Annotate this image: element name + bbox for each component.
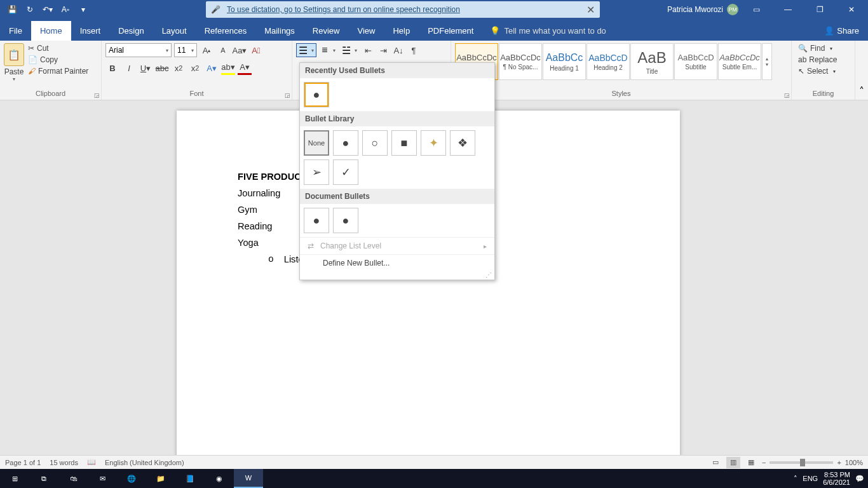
cut-button[interactable]: ✂Cut <box>27 43 90 53</box>
underline-icon[interactable]: U▾ <box>139 61 153 75</box>
show-marks-icon[interactable]: ¶ <box>407 43 421 57</box>
qat-customize-icon[interactable]: ▾ <box>75 1 92 18</box>
decrease-indent-icon[interactable]: ⇤ <box>361 43 375 57</box>
minimize-icon[interactable]: — <box>774 0 802 19</box>
store-icon[interactable]: 🛍 <box>58 469 88 488</box>
close-banner-icon[interactable]: ✕ <box>587 4 595 16</box>
style-subtitle[interactable]: AaBbCcDSubtitle <box>674 43 717 80</box>
bullet-none[interactable]: None <box>304 130 329 156</box>
font-launcher-icon[interactable]: ◲ <box>285 92 290 98</box>
avatar[interactable]: PM <box>727 4 738 15</box>
clipboard-launcher-icon[interactable]: ◲ <box>94 92 100 98</box>
define-new-bullet[interactable]: Define New Bullet... <box>300 254 494 271</box>
close-icon[interactable]: ✕ <box>837 0 865 19</box>
collapse-ribbon-icon[interactable]: ˄ <box>855 41 868 100</box>
copy-button[interactable]: 📄Copy <box>27 55 90 65</box>
font-size-combo[interactable]: 11▾ <box>174 43 197 57</box>
read-mode-icon[interactable]: ▭ <box>709 457 722 468</box>
bullet-disc[interactable]: ● <box>304 208 329 233</box>
superscript-icon[interactable]: x2 <box>188 61 202 75</box>
format-painter-button[interactable]: 🖌Format Painter <box>27 66 90 76</box>
bullet-circle[interactable]: ○ <box>362 130 388 156</box>
edge-icon[interactable]: 🌐 <box>117 469 146 488</box>
tray-chevron-icon[interactable]: ˄ <box>794 475 797 483</box>
tab-file[interactable]: File <box>0 21 31 41</box>
autosave-icon[interactable]: ↻ <box>22 1 38 18</box>
style-subtleem[interactable]: AaBbCcDcSubtle Em... <box>718 43 761 80</box>
increase-indent-icon[interactable]: ⇥ <box>376 43 390 57</box>
highlight-icon[interactable]: ab▾ <box>221 61 235 75</box>
styles-more-icon[interactable]: ▴▾ <box>762 43 772 80</box>
bullet-square[interactable]: ■ <box>391 130 417 156</box>
font-name-combo[interactable]: Arial▾ <box>105 43 172 57</box>
clear-format-icon[interactable]: A⃠ <box>249 43 263 57</box>
find-button[interactable]: 🔍Find▾ <box>796 43 839 53</box>
tray-clock[interactable]: 8:53 PM 6/6/2021 <box>823 471 850 486</box>
ribbon-display-icon[interactable]: ▭ <box>742 0 770 19</box>
proofing-icon[interactable]: 📖 <box>87 458 96 466</box>
strike-icon[interactable]: abc <box>155 61 169 75</box>
styles-launcher-icon[interactable]: ◲ <box>784 92 790 98</box>
tell-me-search[interactable]: 💡 Tell me what you want to do <box>482 21 613 41</box>
paste-icon[interactable]: 📋 <box>4 43 24 66</box>
word-icon[interactable]: W <box>234 469 263 488</box>
bullet-diamond4[interactable]: ❖ <box>450 130 475 156</box>
zoom-slider[interactable] <box>770 461 833 464</box>
italic-icon[interactable]: I <box>122 61 136 75</box>
bold-icon[interactable]: B <box>105 61 119 75</box>
bullets-button[interactable]: ☰▾ <box>296 43 316 57</box>
tray-language[interactable]: ENG <box>803 475 818 482</box>
tab-insert[interactable]: Insert <box>71 21 110 41</box>
dictation-link[interactable]: To use dictation, go to Settings and tur… <box>227 5 460 14</box>
tab-design[interactable]: Design <box>109 21 153 41</box>
multilevel-button[interactable]: ☱▾ <box>339 43 360 57</box>
bullet-check[interactable]: ✓ <box>333 159 358 185</box>
replace-button[interactable]: abReplace <box>796 55 839 65</box>
grow-font-icon[interactable]: A▴ <box>200 43 214 57</box>
bullet-4diamond[interactable]: ✦ <box>421 130 446 156</box>
change-case-icon[interactable]: Aa▾ <box>233 43 247 57</box>
font-color-icon[interactable]: A▾ <box>238 61 252 75</box>
tab-references[interactable]: References <box>196 21 255 41</box>
zoom-out-icon[interactable]: − <box>762 459 766 466</box>
sort-icon[interactable]: A↓ <box>391 43 405 57</box>
resize-grip-icon[interactable]: ⋰ <box>300 271 494 280</box>
bullet-disc[interactable]: ● <box>333 130 358 156</box>
style-heading1[interactable]: AaBbCcHeading 1 <box>543 43 586 80</box>
maximize-icon[interactable]: ❐ <box>806 0 834 19</box>
paste-button[interactable]: Paste <box>4 67 24 76</box>
tab-help[interactable]: Help <box>384 21 419 41</box>
save-icon[interactable]: 💾 <box>4 1 20 18</box>
tab-layout[interactable]: Layout <box>153 21 196 41</box>
tab-home[interactable]: Home <box>31 21 71 41</box>
user-name[interactable]: Patricia Mworozi <box>667 5 723 14</box>
zoom-level[interactable]: 100% <box>845 459 863 466</box>
status-page[interactable]: Page 1 of 1 <box>5 459 41 466</box>
numbering-button[interactable]: ≡▾ <box>318 43 338 57</box>
chrome-icon[interactable]: ◉ <box>205 469 234 488</box>
subscript-icon[interactable]: x2 <box>172 61 186 75</box>
tab-pdfelement[interactable]: PDFelement <box>419 21 482 41</box>
print-layout-icon[interactable]: ▥ <box>726 457 740 468</box>
mail-icon[interactable]: ✉ <box>88 469 117 488</box>
notifications-icon[interactable]: 💬 <box>855 475 864 483</box>
bullet-arrow[interactable]: ➢ <box>304 159 329 185</box>
undo-icon[interactable]: ↶▾ <box>39 1 56 18</box>
share-button[interactable]: 👤 Share <box>815 21 868 41</box>
status-language[interactable]: English (United Kingdom) <box>105 459 184 466</box>
zoom-in-icon[interactable]: + <box>837 459 841 466</box>
styles-gallery[interactable]: AaBbCcDc¶ Normal AaBbCcDc¶ No Spac... Aa… <box>455 43 772 80</box>
select-button[interactable]: ↖Select▾ <box>796 66 839 76</box>
bullet-disc[interactable]: ● <box>333 208 358 233</box>
web-layout-icon[interactable]: ▦ <box>744 457 758 468</box>
tab-review[interactable]: Review <box>304 21 349 41</box>
touch-mode-icon[interactable]: A» <box>57 1 74 18</box>
style-title[interactable]: AaBTitle <box>630 43 674 80</box>
tab-mailings[interactable]: Mailings <box>255 21 304 41</box>
text-effects-icon[interactable]: A▾ <box>205 61 219 75</box>
task-view-icon[interactable]: ⧉ <box>29 469 58 488</box>
tab-view[interactable]: View <box>348 21 384 41</box>
status-words[interactable]: 15 words <box>50 459 78 466</box>
bullet-disc[interactable]: ● <box>304 82 329 107</box>
shrink-font-icon[interactable]: A <box>216 43 230 57</box>
